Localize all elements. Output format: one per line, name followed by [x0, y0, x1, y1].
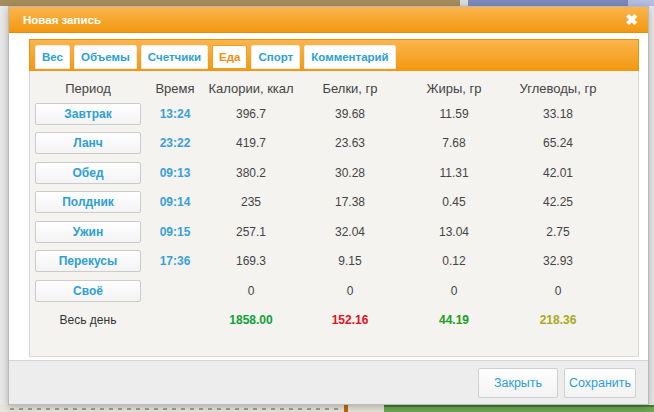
calories-value: 396.7	[204, 107, 298, 121]
orange-tick	[344, 405, 348, 412]
close-icon[interactable]: ✖	[625, 11, 638, 29]
carbs-value: 42.25	[506, 195, 610, 209]
dialog-header: Новая запись ✖	[9, 7, 648, 33]
dialog-title: Новая запись	[23, 14, 101, 26]
table-row: Завтрак13:24396.739.6811.5933.18	[30, 99, 638, 129]
total-fat: 44.19	[402, 313, 506, 327]
total-calories: 1858.00	[204, 313, 298, 327]
fat-value: 11.31	[402, 166, 506, 180]
protein-value: 17.38	[298, 195, 402, 209]
period-button[interactable]: Ужин	[35, 221, 141, 243]
food-panel: Период Время Калории, ккал Белки, гр Жир…	[29, 71, 639, 357]
carbs-value: 65.24	[506, 136, 610, 150]
dashed-line	[10, 408, 343, 410]
fat-value: 7.68	[402, 136, 506, 150]
time-value[interactable]: 17:36	[146, 254, 204, 268]
calories-value: 419.7	[204, 136, 298, 150]
total-label: Весь день	[30, 313, 146, 327]
table-header-row: Период Время Калории, ккал Белки, гр Жир…	[30, 77, 638, 99]
period-button[interactable]: Полдник	[35, 191, 141, 213]
tab-bar: ВесОбъемыСчетчикиЕдаСпортКомментарий	[29, 39, 639, 72]
carbs-value: 42.01	[506, 166, 610, 180]
calories-value: 169.3	[204, 254, 298, 268]
time-value[interactable]: 23:22	[146, 136, 204, 150]
calories-value: 0	[204, 284, 298, 298]
col-header-time: Время	[146, 81, 204, 96]
green-bar	[384, 405, 654, 412]
protein-value: 32.04	[298, 225, 402, 239]
col-header-carbs: Углеводы, гр	[506, 81, 610, 96]
fat-value: 0.12	[402, 254, 506, 268]
time-value[interactable]: 09:14	[146, 195, 204, 209]
tab-5[interactable]: Спорт	[251, 45, 300, 69]
time-value[interactable]: 09:13	[146, 166, 204, 180]
col-header-protein: Белки, гр	[298, 81, 402, 96]
table-row: Полдник09:1423517.380.4542.25	[30, 188, 638, 218]
table-row: Ужин09:15257.132.0413.042.75	[30, 217, 638, 247]
tab-6[interactable]: Комментарий	[304, 45, 395, 69]
tab-3[interactable]: Счетчики	[141, 45, 208, 69]
col-header-calories: Калории, ккал	[204, 81, 298, 96]
protein-value: 23.63	[298, 136, 402, 150]
background-bottom-strip	[0, 405, 654, 412]
tab-1[interactable]: Вес	[35, 45, 70, 69]
fat-value: 13.04	[402, 225, 506, 239]
table-row: Своё0000	[30, 276, 638, 306]
protein-value: 0	[298, 284, 402, 298]
carbs-value: 33.18	[506, 107, 610, 121]
table-rows: Завтрак13:24396.739.6811.5933.18Ланч23:2…	[30, 99, 638, 306]
calories-value: 235	[204, 195, 298, 209]
new-entry-dialog: Новая запись ✖ ВесОбъемыСчетчикиЕдаСпорт…	[8, 6, 649, 405]
period-button[interactable]: Обед	[35, 162, 141, 184]
tab-4[interactable]: Еда	[212, 45, 247, 69]
save-button[interactable]: Сохранить	[564, 368, 636, 398]
col-header-period: Период	[30, 81, 146, 96]
calories-value: 380.2	[204, 166, 298, 180]
carbs-value: 0	[506, 284, 610, 298]
period-button[interactable]: Перекусы	[35, 250, 141, 272]
time-value[interactable]: 13:24	[146, 107, 204, 121]
protein-value: 39.68	[298, 107, 402, 121]
fat-value: 0	[402, 284, 506, 298]
close-button[interactable]: Закрыть	[478, 368, 558, 398]
period-button[interactable]: Ланч	[35, 132, 141, 154]
total-row: Весь день 1858.00 152.16 44.19 218.36	[30, 306, 638, 336]
protein-value: 30.28	[298, 166, 402, 180]
col-header-fat: Жиры, гр	[402, 81, 506, 96]
table-row: Ланч23:22419.723.637.6865.24	[30, 129, 638, 159]
table-row: Перекусы17:36169.39.150.1232.93	[30, 247, 638, 277]
total-protein: 152.16	[298, 313, 402, 327]
dialog-footer: Закрыть Сохранить	[9, 360, 648, 404]
carbs-value: 32.93	[506, 254, 610, 268]
protein-value: 9.15	[298, 254, 402, 268]
carbs-value: 2.75	[506, 225, 610, 239]
fat-value: 11.59	[402, 107, 506, 121]
table-row: Обед09:13380.230.2811.3142.01	[30, 158, 638, 188]
period-button[interactable]: Завтрак	[35, 103, 141, 125]
calories-value: 257.1	[204, 225, 298, 239]
tab-2[interactable]: Объемы	[74, 45, 137, 69]
total-carbs: 218.36	[506, 313, 610, 327]
time-value[interactable]: 09:15	[146, 225, 204, 239]
fat-value: 0.45	[402, 195, 506, 209]
period-button[interactable]: Своё	[35, 280, 141, 302]
